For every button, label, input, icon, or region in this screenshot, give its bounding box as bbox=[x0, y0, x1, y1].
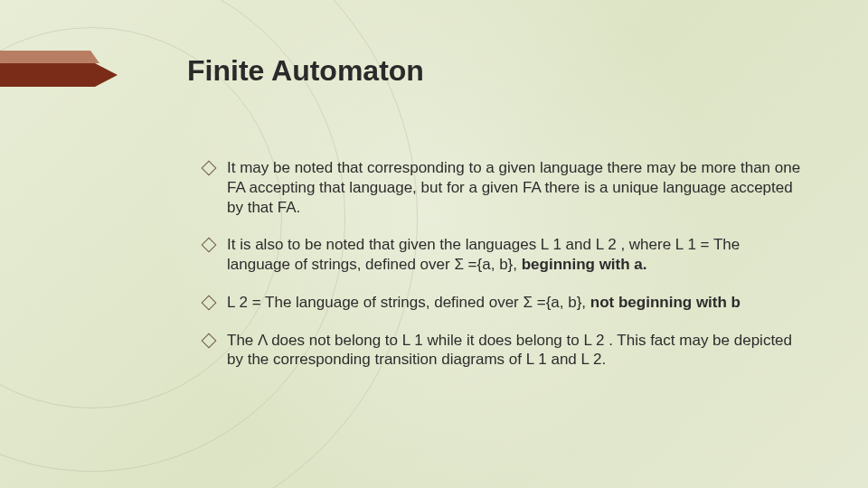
bullet-text: It may be noted that corresponding to a … bbox=[227, 158, 805, 217]
diamond-bullet-icon bbox=[202, 333, 217, 348]
bullet-text: L 2 = The language of strings, defined o… bbox=[227, 293, 805, 313]
bullet-text: It is also to be noted that given the la… bbox=[227, 235, 805, 275]
slide-title: Finite Automaton bbox=[187, 54, 424, 88]
bullet-item: L 2 = The language of strings, defined o… bbox=[203, 293, 805, 313]
bullet-item: It may be noted that corresponding to a … bbox=[203, 158, 805, 217]
bullet-text: The Λ does not belong to L 1 while it do… bbox=[227, 331, 805, 371]
diamond-bullet-icon bbox=[202, 238, 217, 253]
slide-body: It may be noted that corresponding to a … bbox=[203, 158, 805, 388]
diamond-bullet-icon bbox=[202, 295, 217, 310]
bullet-item: It is also to be noted that given the la… bbox=[203, 235, 805, 275]
accent-ribbon bbox=[0, 63, 118, 87]
bullet-item: The Λ does not belong to L 1 while it do… bbox=[203, 331, 805, 371]
diamond-bullet-icon bbox=[202, 161, 217, 176]
